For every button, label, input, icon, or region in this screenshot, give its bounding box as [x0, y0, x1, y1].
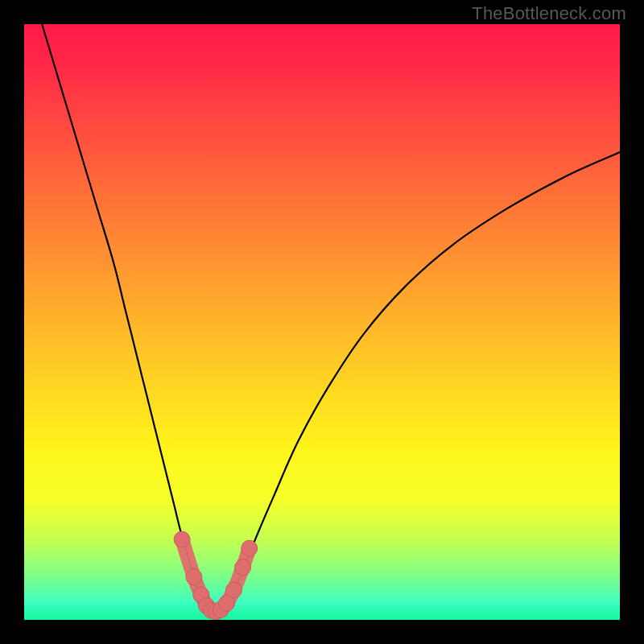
marker-dot	[225, 582, 242, 598]
plot-area	[24, 24, 620, 620]
marker-dot	[174, 531, 190, 547]
chart-frame: TheBottleneck.com	[0, 0, 644, 644]
marker-dot	[242, 540, 258, 556]
bottleneck-curve	[42, 24, 620, 612]
marker-dots	[174, 531, 258, 620]
marker-dot	[186, 569, 202, 585]
curve-layer	[24, 24, 620, 620]
watermark-text: TheBottleneck.com	[472, 3, 626, 24]
marker-dot	[235, 559, 251, 576]
